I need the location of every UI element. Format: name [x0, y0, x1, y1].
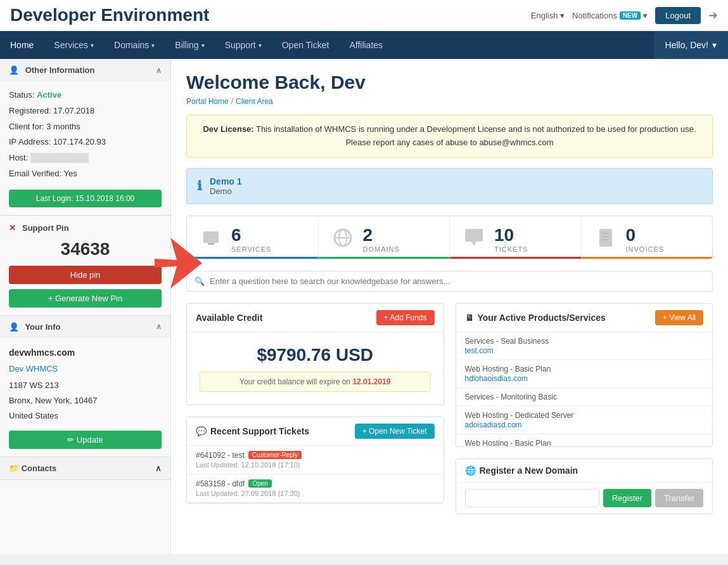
- tickets-title: 💬 Recent Support Tickets: [196, 426, 309, 436]
- other-info-header[interactable]: 👤 Other Information ∧: [0, 59, 170, 81]
- view-all-button[interactable]: + View All: [655, 310, 703, 325]
- transfer-button[interactable]: Transfer: [655, 489, 703, 507]
- svg-rect-7: [602, 233, 610, 234]
- host-value: ██████████: [30, 153, 89, 162]
- dev-license-box: Dev License: This installation of WHMCS …: [186, 115, 713, 158]
- contacts-section: 📁 Contacts ∧: [0, 457, 170, 480]
- ticket-2-updated: Last Updated: 27.09.2018 (17:30): [196, 490, 435, 497]
- other-info-chevron: ∧: [156, 66, 162, 75]
- product-1-domain[interactable]: test.com: [465, 346, 494, 355]
- nav-item-affiliates[interactable]: Affiliates: [339, 31, 393, 59]
- nav-bar: Home Services ▾ Domains ▾ Billing ▾ Supp…: [0, 31, 728, 59]
- registered-row: Registered: 17.07.2018: [9, 105, 162, 118]
- language-selector[interactable]: English ▾: [531, 11, 565, 20]
- invoices-number: 0: [626, 226, 665, 244]
- user-name: Dev WHMCS: [9, 362, 162, 376]
- exit-icon[interactable]: ➜: [708, 8, 718, 22]
- dev-license-label: Dev License:: [203, 124, 253, 134]
- product-2-domain[interactable]: hdlohaoisdias.com: [465, 374, 528, 383]
- stat-domains-info: 2 DOMAINS: [363, 226, 400, 253]
- services-icon: [200, 226, 222, 252]
- domain-icon: 🌐: [465, 465, 476, 476]
- notifications-button[interactable]: Notifications NEW ▾: [572, 11, 648, 20]
- invoices-icon: [594, 226, 617, 252]
- company-name: devwhmcs.com: [9, 346, 162, 361]
- support-pin-header: ✕ Support Pin: [9, 223, 162, 233]
- credit-amount: $9790.76 USD: [200, 345, 431, 365]
- products-card-header: 🖥 Your Active Products/Services + View A…: [456, 304, 713, 332]
- register-button[interactable]: Register: [603, 489, 651, 507]
- nav-item-domains[interactable]: Domains ▾: [104, 31, 165, 59]
- logout-button[interactable]: Logout: [655, 7, 701, 24]
- nav-item-home[interactable]: Home: [0, 31, 44, 59]
- product-3-name: Services - Monitoring Basic: [465, 393, 704, 401]
- your-info-section: 👤 Your Info ∧ devwhmcs.com Dev WHMCS 118…: [0, 316, 170, 457]
- your-info-chevron: ∧: [156, 322, 162, 331]
- demo-notice: ℹ Demo 1 Demo: [186, 168, 713, 204]
- breadcrumb: Portal Home / Client Area: [186, 97, 713, 106]
- ticket-1-title: #641092 - test Customer-Reply: [196, 451, 435, 460]
- last-login-button: Last Login: 15.10.2018 16:00: [9, 190, 162, 207]
- product-item-5: Web Hosting - Basic Plan: [456, 434, 713, 446]
- domains-number: 2: [363, 226, 400, 244]
- ip-row: IP Address: 107.174.20.93: [9, 136, 162, 149]
- svg-rect-9: [602, 239, 607, 240]
- demo-subtitle: Demo: [210, 186, 242, 196]
- kb-search-input[interactable]: [210, 276, 705, 286]
- nav-item-support[interactable]: Support ▾: [215, 31, 272, 59]
- credit-expiry: Your credit balance will expire on 12.01…: [200, 372, 431, 392]
- nav-item-billing[interactable]: Billing ▾: [165, 31, 214, 59]
- tickets-label: TICKETS: [494, 245, 528, 253]
- your-info-content: devwhmcs.com Dev WHMCS 1187 WS 213 Bronx…: [0, 338, 170, 457]
- contacts-chevron: ∧: [155, 464, 162, 473]
- update-button[interactable]: ✏ Update: [9, 431, 162, 449]
- domains-label: DOMAINS: [363, 245, 400, 253]
- ticket-1-updated: Last Updated: 12.10.2018 (17:10): [196, 461, 435, 469]
- stat-tickets-info: 10 TICKETS: [494, 226, 528, 253]
- hide-pin-button[interactable]: Hide pin: [9, 266, 162, 284]
- contacts-header[interactable]: 📁 Contacts ∧: [0, 457, 170, 479]
- product-4-domain[interactable]: adoisadiasd.com: [465, 420, 522, 429]
- nav-item-open-ticket[interactable]: Open Ticket: [272, 31, 340, 59]
- product-item-2: Web Hosting - Basic Plan hdlohaoisdias.c…: [456, 360, 713, 388]
- credit-card-header: Available Credit + Add Funds: [187, 304, 444, 332]
- your-info-header[interactable]: 👤 Your Info ∧: [0, 316, 170, 338]
- credit-card-body: $9790.76 USD Your credit balance will ex…: [187, 332, 444, 405]
- stat-tickets[interactable]: 10 TICKETS: [450, 216, 582, 259]
- main-layout: 👤 Other Information ∧ Status: Active Reg…: [0, 59, 728, 554]
- product-2-name: Web Hosting - Basic Plan: [465, 365, 704, 373]
- services-number: 6: [231, 226, 271, 244]
- domain-search-input[interactable]: [465, 489, 599, 507]
- right-column: 🖥 Your Active Products/Services + View A…: [456, 303, 713, 514]
- product-4-name: Web Hosting - Dedicated Server: [465, 411, 704, 420]
- dev-license-text: This installation of WHMCS is running un…: [256, 124, 696, 147]
- products-card: 🖥 Your Active Products/Services + View A…: [456, 303, 713, 447]
- generate-pin-button[interactable]: + Generate New Pin: [9, 289, 162, 308]
- breadcrumb-current[interactable]: Client Area: [236, 97, 273, 106]
- open-new-ticket-button[interactable]: + Open New Ticket: [355, 424, 435, 439]
- folder-icon: 📁: [9, 464, 19, 473]
- nav-item-services[interactable]: Services ▾: [44, 31, 104, 59]
- person-icon: 👤: [9, 322, 19, 332]
- stat-domains[interactable]: 2 DOMAINS: [319, 216, 450, 259]
- support-pin-section: ✕ Support Pin 34638 Hide pin + Generate …: [0, 216, 170, 316]
- product-item-4: Web Hosting - Dedicated Server adoisadia…: [456, 406, 713, 434]
- nav-hello[interactable]: Hello, Dev! ▾: [654, 31, 728, 59]
- svg-rect-6: [599, 229, 612, 247]
- status-value: Active: [37, 90, 61, 100]
- breadcrumb-home[interactable]: Portal Home: [186, 97, 229, 106]
- domain-card-body: Register Transfer: [456, 483, 713, 514]
- left-column: Available Credit + Add Funds $9790.76 US…: [186, 303, 444, 514]
- credit-expiry-text: Your credit balance will expire on: [239, 377, 352, 386]
- stat-invoices[interactable]: 0 INVOICES: [582, 216, 713, 259]
- domain-card: 🌐 Register a New Domain Register Transfe…: [456, 458, 713, 514]
- add-funds-button[interactable]: + Add Funds: [376, 310, 435, 325]
- top-bar: Developer Environment English ▾ Notifica…: [0, 0, 728, 31]
- ticket-item-1: #641092 - test Customer-Reply Last Updat…: [187, 446, 444, 474]
- svg-rect-8: [602, 236, 610, 237]
- stat-services[interactable]: 6 SERVICES: [187, 216, 319, 259]
- app-logo: Developer Environment: [10, 5, 209, 25]
- products-title: 🖥 Your Active Products/Services: [465, 313, 606, 323]
- demo-info: Demo 1 Demo: [210, 176, 242, 196]
- tickets-icon: [463, 226, 485, 252]
